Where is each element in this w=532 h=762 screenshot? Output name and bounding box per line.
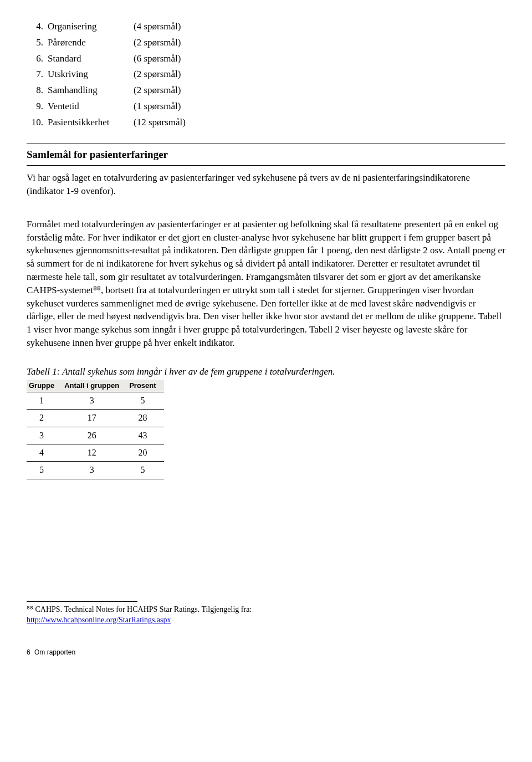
cell: 5	[127, 462, 163, 479]
cell: 2	[27, 410, 62, 427]
footnote-text: ⁸⁸ CAHPS. Technical Notes for HCAHPS Sta…	[27, 605, 252, 613]
cell: 5	[127, 392, 163, 409]
col-header: Antall i gruppen	[62, 380, 127, 392]
footnote: ⁸⁸ CAHPS. Technical Notes for HCAHPS Sta…	[27, 604, 505, 626]
list-item: 6. Standard (6 spørsmål)	[27, 52, 505, 65]
col-header: Gruppe	[27, 380, 62, 392]
list-count: (4 spørsmål)	[134, 20, 181, 33]
body-paragraph: Formålet med totalvurderingen av pasient…	[27, 218, 505, 350]
group-table: Gruppe Antall i gruppen Prosent 1 3 5 2 …	[27, 380, 164, 479]
cell: 1	[27, 392, 62, 409]
list-count: (12 spørsmål)	[134, 116, 186, 129]
list-item: 4. Organisering (4 spørsmål)	[27, 20, 505, 33]
cell: 3	[62, 392, 127, 409]
list-label: Ventetid	[48, 100, 134, 113]
table-caption: Tabell 1: Antall sykehus som inngår i hv…	[27, 365, 505, 379]
table-row: 2 17 28	[27, 410, 164, 427]
list-count: (2 spørsmål)	[134, 84, 181, 97]
list-number: 6.	[27, 52, 48, 65]
cell: 4	[27, 444, 62, 461]
list-item: 10. Pasientsikkerhet (12 spørsmål)	[27, 116, 505, 129]
list-item: 5. Pårørende (2 spørsmål)	[27, 36, 505, 49]
cell: 43	[127, 427, 163, 444]
cell: 3	[27, 427, 62, 444]
cell: 26	[62, 427, 127, 444]
list-label: Utskriving	[48, 68, 134, 81]
cell: 3	[62, 462, 127, 479]
footnote-separator	[27, 601, 137, 602]
section-heading: Samlemål for pasienterfaringer	[27, 144, 505, 166]
table-row: 5 3 5	[27, 462, 164, 479]
table-row: 1 3 5	[27, 392, 164, 409]
list-label: Organisering	[48, 20, 134, 33]
table-row: 4 12 20	[27, 444, 164, 461]
list-item: 7. Utskriving (2 spørsmål)	[27, 68, 505, 81]
list-item: 9. Ventetid (1 spørsmål)	[27, 100, 505, 113]
list-number: 10.	[27, 116, 48, 129]
list-number: 9.	[27, 100, 48, 113]
list-number: 4.	[27, 20, 48, 33]
numbered-list: 4. Organisering (4 spørsmål) 5. Pårørend…	[27, 20, 505, 129]
list-count: (1 spørsmål)	[134, 100, 181, 113]
list-count: (2 spørsmål)	[134, 36, 181, 49]
footnote-link[interactable]: http://www.hcahpsonline.org/StarRatings.…	[27, 616, 171, 624]
intro-paragraph: Vi har også laget en totalvurdering av p…	[27, 171, 505, 198]
list-number: 7.	[27, 68, 48, 81]
footer-section: Om rapporten	[34, 648, 75, 656]
cell: 12	[62, 444, 127, 461]
list-label: Standard	[48, 52, 134, 65]
list-number: 8.	[27, 84, 48, 97]
cell: 5	[27, 462, 62, 479]
list-label: Samhandling	[48, 84, 134, 97]
list-item: 8. Samhandling (2 spørsmål)	[27, 84, 505, 97]
col-header: Prosent	[127, 380, 163, 392]
list-count: (2 spørsmål)	[134, 68, 181, 81]
list-label: Pårørende	[48, 36, 134, 49]
cell: 20	[127, 444, 163, 461]
list-count: (6 spørsmål)	[134, 52, 181, 65]
cell: 17	[62, 410, 127, 427]
table-row: 3 26 43	[27, 427, 164, 444]
page-number: 6	[27, 648, 30, 656]
cell: 28	[127, 410, 163, 427]
list-label: Pasientsikkerhet	[48, 116, 134, 129]
list-number: 5.	[27, 36, 48, 49]
page-footer: 6 Om rapporten	[27, 648, 505, 657]
